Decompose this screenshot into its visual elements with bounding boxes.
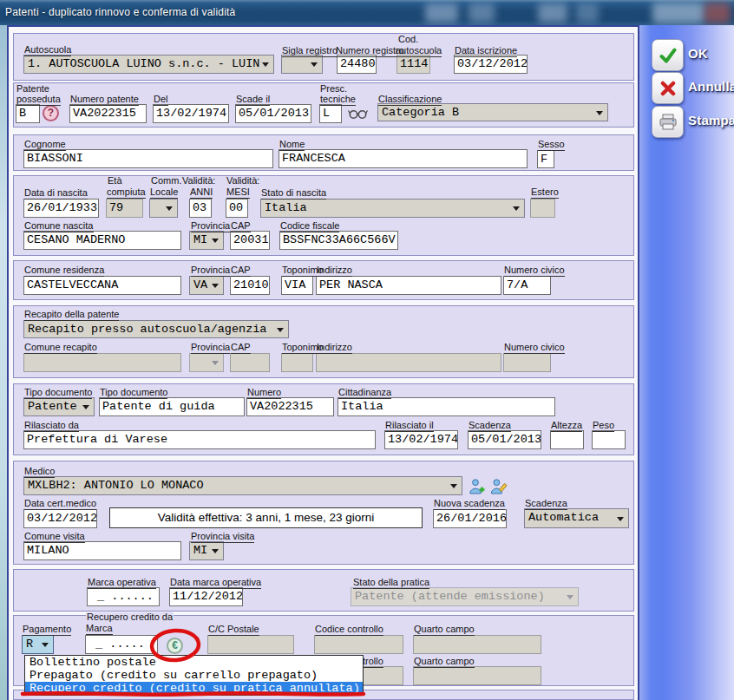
tipo-documento-label: Tipo documento xyxy=(100,388,167,399)
chevron-down-icon xyxy=(311,62,318,67)
scade-il-field[interactable]: 05/01/2013 xyxy=(235,104,311,123)
chevron-down-icon xyxy=(617,517,624,521)
nome-field[interactable]: FRANCESCA xyxy=(279,149,528,168)
stampa-button-label: Stampa xyxy=(688,113,734,128)
classificazione-select[interactable]: Categoria B xyxy=(377,103,608,121)
autoscuola-value: 1. AUTOSCUOLA LUINO s.n.c. - LUIN xyxy=(24,56,273,72)
titlebar-glass-blob xyxy=(469,3,495,23)
titlebar-glass-blob xyxy=(425,3,458,23)
quarto-campo2-field xyxy=(413,666,541,685)
sigla-registro-label: Sigla registro xyxy=(282,46,338,57)
numero-civico-field[interactable]: 7/A xyxy=(503,276,551,295)
indirizzo-recapito-field xyxy=(316,353,501,372)
peso-field[interactable] xyxy=(592,430,626,449)
comune-visita-field[interactable]: MILANO xyxy=(23,541,181,560)
pagamento-select[interactable]: R xyxy=(22,635,54,654)
cittadinanza-field[interactable]: Italia xyxy=(338,397,555,416)
data-iscrizione-label: Data iscrizione xyxy=(455,46,517,57)
dropdown-option-recupero-credito[interactable]: Recupero credito (credito su pratica ann… xyxy=(25,682,363,695)
dropdown-option-bollettino[interactable]: Bollettino postale xyxy=(25,656,363,669)
stato-nascita-select[interactable]: Italia xyxy=(260,199,525,218)
recapito-select[interactable]: Recapito presso autoscuola/agenzia xyxy=(23,320,289,338)
toponimo-field[interactable]: VIA xyxy=(281,276,313,295)
patenti-window: Patenti - duplicato rinnovo e conferma d… xyxy=(0,0,734,700)
classificazione-label: Classificazione xyxy=(378,95,442,106)
comm-med-locale-select[interactable] xyxy=(149,199,178,218)
stampa-button[interactable] xyxy=(652,106,684,138)
medico-select[interactable]: MXLBH2: ANTONIO LO MONACO xyxy=(23,476,462,495)
x-icon xyxy=(659,80,677,97)
provincia-residenza-select[interactable]: VA xyxy=(189,276,224,295)
numero-documento-field[interactable]: VA2022315 xyxy=(246,397,334,416)
cap-nascita-field[interactable]: 20031 xyxy=(230,231,270,250)
sesso-field[interactable]: F xyxy=(537,150,554,168)
presc-tecniche-field[interactable]: L xyxy=(319,104,342,123)
nuova-scadenza-field[interactable]: 26/01/2016 xyxy=(433,509,507,528)
chevron-down-icon xyxy=(212,361,219,365)
scadenza-documento-field[interactable]: 05/01/2013 xyxy=(468,430,541,449)
recapito-value: Recapito presso autoscuola/agenzia xyxy=(24,321,288,337)
comune-nascita-label: Comune nascita xyxy=(24,221,94,232)
tipo-documento-field[interactable]: Patente di guida xyxy=(99,397,245,416)
numero-civico-recapito-field xyxy=(503,353,551,372)
scadenza-tipo-value: Automatica xyxy=(525,509,628,526)
data-cert-medico-field[interactable]: 03/12/2012 xyxy=(23,509,97,528)
provincia-visita-label: Provincia visita xyxy=(191,532,254,543)
indirizzo-field[interactable]: PER NASCA xyxy=(316,276,501,295)
pagamento-dropdown-list: Bollettino postale Prepagato (credito su… xyxy=(24,655,364,696)
recupero-marca-field[interactable]: _ ..... xyxy=(85,635,158,654)
annulla-button[interactable] xyxy=(652,72,684,104)
recupero-credito-label-line1: Recupero credito da xyxy=(86,612,174,622)
patente-posseduta-field[interactable]: B xyxy=(16,104,40,123)
cap-recapito-field xyxy=(230,353,270,372)
chevron-down-icon xyxy=(42,643,49,647)
data-iscrizione-field[interactable]: 03/12/2012 xyxy=(454,55,528,74)
scadenza-tipo-select[interactable]: Automatica xyxy=(524,508,629,528)
del-field[interactable]: 13/02/1974 xyxy=(153,104,229,123)
marca-operativa-field[interactable]: _ ...... xyxy=(87,587,160,606)
numero-registro-field[interactable]: 24480 xyxy=(337,55,377,74)
numero-patente-field[interactable]: VA2022315 xyxy=(69,104,147,123)
quarto-campo-field xyxy=(413,635,541,654)
provincia-visita-select[interactable]: MI xyxy=(189,541,224,560)
numero-patente-label: Numero patente xyxy=(70,95,139,106)
rilasciato-da-field[interactable]: Prefettura di Varese xyxy=(23,430,376,449)
validita-effettiva-banner: Validità effettiva: 3 anni, 1 mese, 23 g… xyxy=(109,507,423,528)
dropdown-option-prepagato[interactable]: Prepagato (credito su carrello prepagato… xyxy=(25,669,363,682)
provincia-nascita-select[interactable]: MI xyxy=(189,231,224,250)
codice-fiscale-field[interactable]: BSSFNC33A66C566V xyxy=(279,231,398,250)
indirizzo-recapito-label: Indirizzo xyxy=(317,343,352,354)
cod-autoscuola-label: autoscuola xyxy=(396,46,442,57)
autoscuola-select[interactable]: 1. AUTOSCUOLA LUINO s.n.c. - LUIN xyxy=(23,55,274,74)
toponimo-recapito-field xyxy=(281,353,313,372)
edit-medico-icon[interactable] xyxy=(490,478,508,494)
ok-button[interactable] xyxy=(652,39,684,71)
validita-mesi-field[interactable]: 00 xyxy=(226,199,248,218)
titlebar-glass-blob xyxy=(576,3,599,23)
titlebar-close-blob xyxy=(705,3,731,23)
data-marca-operativa-label: Data marca operativa xyxy=(170,578,261,589)
tipo-documento-select[interactable]: Patente xyxy=(23,397,95,416)
help-glyph: ? xyxy=(48,107,54,119)
help-icon[interactable]: ? xyxy=(43,105,59,121)
eta-label-line1: Età xyxy=(107,176,123,186)
recupero-credito-label-line2: Marca xyxy=(86,624,113,635)
rilasciato-il-field[interactable]: 13/02/1974 xyxy=(384,430,458,449)
chevron-down-icon xyxy=(212,284,219,288)
estero-label: Estero xyxy=(531,187,559,199)
data-marca-operativa-field[interactable]: 11/12/2012 xyxy=(169,587,243,606)
cap-nascita-label: CAP xyxy=(231,221,251,232)
comune-residenza-field[interactable]: CASTELVECCANA xyxy=(23,276,181,295)
add-medico-icon[interactable] xyxy=(469,478,486,494)
data-nascita-label: Data di nascita xyxy=(24,188,88,200)
rilasciato-il-label: Rilasciato il xyxy=(385,421,434,432)
cognome-field[interactable]: BIASSONI xyxy=(23,149,273,168)
sigla-registro-select[interactable] xyxy=(281,55,323,74)
altezza-field[interactable] xyxy=(550,430,584,449)
euro-icon[interactable]: € xyxy=(167,638,183,654)
numero-documento-label: Numero xyxy=(247,388,281,399)
comune-nascita-field[interactable]: CESANO MADERNO xyxy=(23,231,181,250)
data-nascita-field[interactable]: 26/01/1933 xyxy=(23,199,99,218)
cap-residenza-field[interactable]: 21010 xyxy=(230,276,270,295)
validita-anni-field[interactable]: 03 xyxy=(189,199,212,218)
